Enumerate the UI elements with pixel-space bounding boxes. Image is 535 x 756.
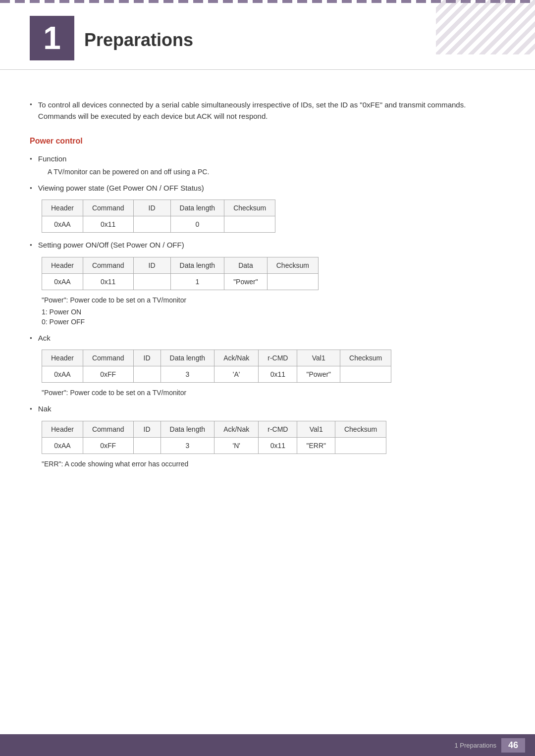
col-header-header4: Header [42, 421, 83, 437]
content-area: ● To control all devices connected by a … [0, 75, 535, 502]
cell-data2: "Power" [224, 273, 268, 290]
col-header-command4: Command [83, 421, 133, 437]
cell-checksum [224, 216, 275, 233]
col-header-header3: Header [42, 350, 83, 366]
table-row-2: 0xAA 0x11 1 "Power" [42, 273, 319, 290]
ack-table: Header Command ID Data length Ack/Nak r-… [42, 350, 391, 383]
cell-command: 0x11 [83, 216, 133, 233]
bullet-icon-4: ● [30, 243, 32, 247]
chapter-number: 1 [30, 16, 74, 60]
ack-bullet: ● Ack [30, 333, 505, 344]
cell-id [133, 216, 170, 233]
col-header-id4: ID [133, 421, 160, 437]
cell-command4: 0xFF [83, 437, 133, 454]
viewing-label: Viewing power state (Get Power ON / OFF … [38, 183, 204, 194]
ack-label: Ack [38, 333, 51, 344]
cell-val14: "ERR" [297, 437, 335, 454]
cell-rcmd3: 0x11 [259, 366, 297, 383]
function-label: Function [38, 153, 67, 165]
col-header-rcmd4: r-CMD [259, 421, 297, 437]
setting-table: Header Command ID Data length Data Check… [42, 257, 319, 290]
setting-bullet: ● Setting power ON/Off (Set Power ON / O… [30, 240, 505, 251]
col-header-datalength2: Data length [170, 257, 224, 273]
cell-checksum3 [340, 366, 391, 383]
col-header-id3: ID [133, 350, 160, 366]
viewing-table-container: Header Command ID Data length Checksum 0… [42, 200, 505, 233]
cell-rcmd4: 0x11 [259, 437, 297, 454]
col-header-acknak3: Ack/Nak [214, 350, 259, 366]
nak-bullet: ● Nak [30, 403, 505, 415]
nak-note: "ERR": A code showing what error has occ… [42, 460, 505, 468]
intro-bullet: ● To control all devices connected by a … [30, 100, 505, 122]
chapter-title: Preparations [84, 16, 193, 50]
cell-acknak4: 'N' [214, 437, 259, 454]
power-note: "Power": Power code to be set on a TV/mo… [42, 296, 505, 304]
ack-table-container: Header Command ID Data length Ack/Nak r-… [42, 350, 505, 383]
cell-id3 [133, 366, 160, 383]
col-header-checksum3: Checksum [340, 350, 391, 366]
cell-datalength4: 3 [160, 437, 214, 454]
page-footer: 1 Preparations 46 [0, 734, 535, 756]
cell-command2: 0x11 [83, 273, 133, 290]
bullet-icon-3: ● [30, 186, 32, 190]
nak-table-container: Header Command ID Data length Ack/Nak r-… [42, 421, 505, 454]
power-off: 0: Power OFF [42, 318, 505, 326]
col-header-datalength4: Data length [160, 421, 214, 437]
col-header-datalength: Data length [170, 200, 224, 216]
table-row-4: 0xAA 0xFF 3 'N' 0x11 "ERR" [42, 437, 386, 454]
cell-id4 [133, 437, 160, 454]
col-header-acknak4: Ack/Nak [214, 421, 259, 437]
setting-label: Setting power ON/Off (Set Power ON / OFF… [38, 240, 184, 251]
col-header-command: Command [83, 200, 133, 216]
nak-label: Nak [38, 403, 52, 415]
col-header-data2: Data [224, 257, 268, 273]
viewing-table: Header Command ID Data length Checksum 0… [42, 200, 275, 233]
viewing-bullet: ● Viewing power state (Get Power ON / OF… [30, 183, 505, 194]
bullet-icon-2: ● [30, 156, 32, 161]
ack-note: "Power": Power code to be set on a TV/mo… [42, 389, 505, 397]
cell-id2 [133, 273, 170, 290]
col-header-command2: Command [83, 257, 133, 273]
bullet-icon-5: ● [30, 336, 32, 340]
cell-header: 0xAA [42, 216, 83, 233]
cell-checksum4 [335, 437, 386, 454]
cell-datalength: 0 [170, 216, 224, 233]
function-desc: A TV/monitor can be powered on and off u… [48, 168, 505, 176]
col-header-header: Header [42, 200, 83, 216]
intro-text: To control all devices connected by a se… [38, 100, 505, 122]
col-header-val13: Val1 [297, 350, 340, 366]
cell-header2: 0xAA [42, 273, 83, 290]
table-row: 0xAA 0x11 0 [42, 216, 275, 233]
nak-table: Header Command ID Data length Ack/Nak r-… [42, 421, 386, 454]
col-header-rcmd3: r-CMD [259, 350, 297, 366]
col-header-val14: Val1 [297, 421, 335, 437]
col-header-command3: Command [83, 350, 133, 366]
cell-checksum2 [267, 273, 318, 290]
col-header-checksum4: Checksum [335, 421, 386, 437]
col-header-id: ID [133, 200, 170, 216]
col-header-checksum: Checksum [224, 200, 275, 216]
cell-val13: "Power" [297, 366, 340, 383]
page-number: 46 [501, 738, 525, 753]
cell-command3: 0xFF [83, 366, 133, 383]
col-header-header2: Header [42, 257, 83, 273]
power-on: 1: Power ON [42, 308, 505, 316]
setting-table-container: Header Command ID Data length Data Check… [42, 257, 505, 290]
cell-header4: 0xAA [42, 437, 83, 454]
footer-text: 1 Preparations [454, 742, 496, 749]
cell-acknak3: 'A' [214, 366, 259, 383]
power-control-heading: Power control [30, 137, 505, 146]
col-header-id2: ID [133, 257, 170, 273]
function-bullet: ● Function [30, 153, 505, 165]
cell-datalength2: 1 [170, 273, 224, 290]
table-row-3: 0xAA 0xFF 3 'A' 0x11 "Power" [42, 366, 391, 383]
col-header-checksum2: Checksum [267, 257, 318, 273]
col-header-datalength3: Data length [160, 350, 214, 366]
cell-header3: 0xAA [42, 366, 83, 383]
bullet-icon: ● [30, 102, 32, 106]
bullet-icon-6: ● [30, 406, 32, 411]
header-decoration [436, 0, 535, 54]
cell-datalength3: 3 [160, 366, 214, 383]
